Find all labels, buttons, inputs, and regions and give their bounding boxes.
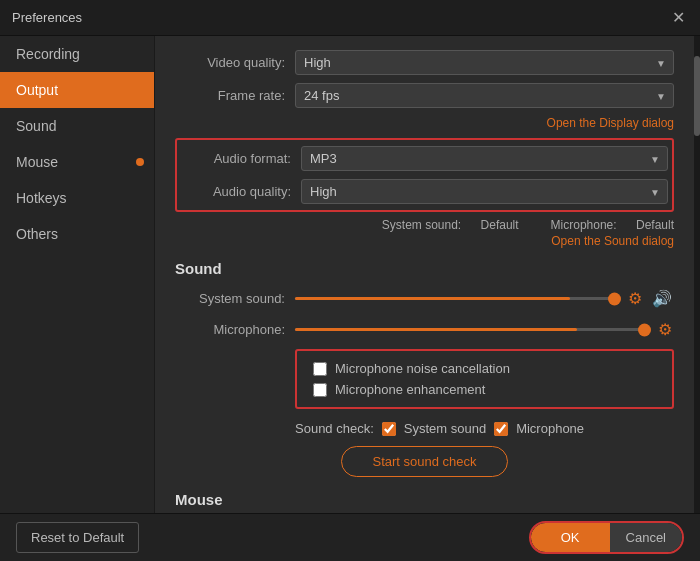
video-quality-select[interactable]: High Medium Low (295, 50, 674, 75)
microphone-thumb[interactable] (638, 323, 651, 336)
video-quality-row: Video quality: High Medium Low (175, 50, 674, 75)
sidebar-item-recording[interactable]: Recording (0, 36, 154, 72)
microphone-track (295, 328, 648, 331)
mic-enhancement-checkbox[interactable] (313, 383, 327, 397)
system-sound-check-checkbox[interactable] (382, 422, 396, 436)
microphone-check-checkbox[interactable] (494, 422, 508, 436)
system-sound-check-label: System sound (404, 421, 486, 436)
audio-quality-select-wrap: High Medium Low (301, 179, 668, 204)
noise-cancellation-item: Microphone noise cancellation (313, 361, 656, 376)
reset-button[interactable]: Reset to Default (16, 522, 139, 553)
microphone-icons: ⚙ (656, 318, 674, 341)
ok-cancel-group: OK Cancel (529, 521, 684, 554)
system-sound-slider-row: System sound: ⚙ 🔊 (175, 287, 674, 310)
noise-cancellation-label: Microphone noise cancellation (335, 361, 510, 376)
system-sound-icons: ⚙ 🔊 (626, 287, 674, 310)
ok-button[interactable]: OK (531, 523, 610, 552)
mic-enhancement-label: Microphone enhancement (335, 382, 485, 397)
cancel-button[interactable]: Cancel (610, 523, 682, 552)
sound-info-row: System sound: Default Microphone: Defaul… (175, 218, 674, 232)
microphone-settings-icon[interactable]: ⚙ (656, 318, 674, 341)
start-sound-check-button[interactable]: Start sound check (341, 446, 507, 477)
system-sound-track (295, 297, 618, 300)
system-sound-info: System sound: Default (366, 218, 519, 232)
close-button[interactable]: ✕ (668, 8, 688, 28)
content-area: Recording Output Sound Mouse Hotkeys Oth… (0, 36, 700, 513)
sound-check-label: Sound check: (295, 421, 374, 436)
mouse-section-title: Mouse (175, 491, 674, 508)
bottom-bar: Reset to Default OK Cancel (0, 513, 700, 561)
sound-check-row: Sound check: System sound Microphone (295, 421, 674, 436)
sidebar-item-hotkeys[interactable]: Hotkeys (0, 180, 154, 216)
mic-enhancement-item: Microphone enhancement (313, 382, 656, 397)
system-sound-volume-icon[interactable]: 🔊 (650, 287, 674, 310)
system-sound-thumb[interactable] (608, 292, 621, 305)
microphone-slider-row: Microphone: ⚙ (175, 318, 674, 341)
microphone-fill (295, 328, 577, 331)
audio-format-select-wrap: MP3 AAC WAV (301, 146, 668, 171)
sound-section-title: Sound (175, 260, 674, 277)
system-sound-settings-icon[interactable]: ⚙ (626, 287, 644, 310)
system-sound-slider-label: System sound: (175, 291, 285, 306)
audio-quality-row: Audio quality: High Medium Low (181, 179, 668, 204)
titlebar: Preferences ✕ (0, 0, 700, 36)
microphone-slider-label: Microphone: (175, 322, 285, 337)
video-quality-select-wrap: High Medium Low (295, 50, 674, 75)
microphone-info: Microphone: Default (535, 218, 674, 232)
open-display-dialog-link[interactable]: Open the Display dialog (175, 116, 674, 130)
sidebar-item-mouse[interactable]: Mouse (0, 144, 154, 180)
noise-cancellation-checkbox[interactable] (313, 362, 327, 376)
sidebar-item-others[interactable]: Others (0, 216, 154, 252)
scrollbar[interactable] (694, 36, 700, 513)
audio-quality-label: Audio quality: (181, 184, 291, 199)
audio-format-label: Audio format: (181, 151, 291, 166)
scrollbar-thumb[interactable] (694, 56, 700, 136)
system-sound-fill (295, 297, 570, 300)
main-panel: Video quality: High Medium Low Frame rat… (155, 36, 694, 513)
sidebar-item-output[interactable]: Output (0, 72, 154, 108)
audio-format-select[interactable]: MP3 AAC WAV (301, 146, 668, 171)
video-quality-label: Video quality: (175, 55, 285, 70)
frame-rate-label: Frame rate: (175, 88, 285, 103)
audio-format-row: Audio format: MP3 AAC WAV (181, 146, 668, 171)
sidebar-item-sound[interactable]: Sound (0, 108, 154, 144)
frame-rate-select[interactable]: 24 fps 30 fps 60 fps (295, 83, 674, 108)
frame-rate-row: Frame rate: 24 fps 30 fps 60 fps (175, 83, 674, 108)
sidebar: Recording Output Sound Mouse Hotkeys Oth… (0, 36, 155, 513)
microphone-options-box: Microphone noise cancellation Microphone… (295, 349, 674, 409)
window-title: Preferences (12, 10, 82, 25)
microphone-check-label: Microphone (516, 421, 584, 436)
open-sound-dialog-link[interactable]: Open the Sound dialog (175, 234, 674, 248)
preferences-window: Preferences ✕ Recording Output Sound Mou… (0, 0, 700, 561)
audio-settings-box: Audio format: MP3 AAC WAV Audio quality: (175, 138, 674, 212)
audio-quality-select[interactable]: High Medium Low (301, 179, 668, 204)
frame-rate-select-wrap: 24 fps 30 fps 60 fps (295, 83, 674, 108)
mouse-dot-indicator (136, 158, 144, 166)
